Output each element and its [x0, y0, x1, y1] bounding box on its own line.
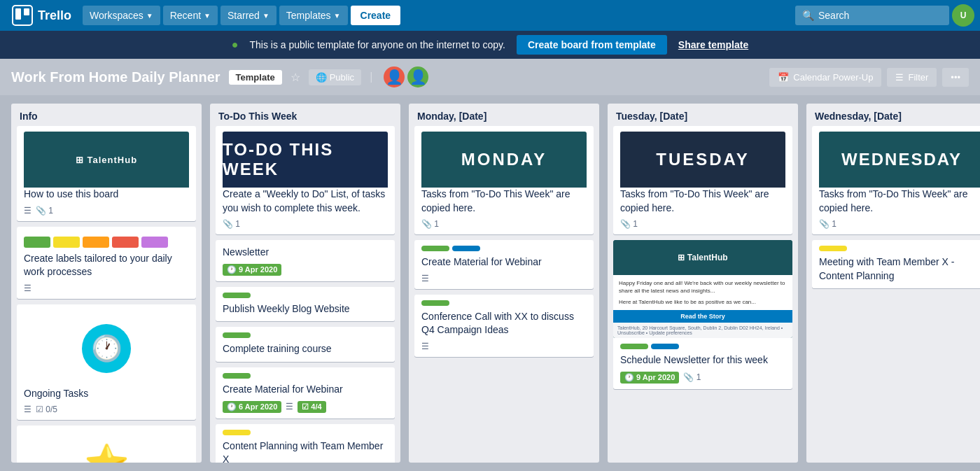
card[interactable]: 🕐 Ongoing Tasks ☰ ☑ 0/5 — [17, 304, 196, 421]
card-title: Tasks from "To-Do This Week" are copied … — [819, 188, 980, 215]
visibility-btn[interactable]: 🌐 Public — [309, 69, 361, 85]
svg-rect-2 — [24, 8, 29, 15]
card-image: ⊞ TalentHub Happy Friday one and all! We… — [613, 240, 792, 338]
checklist-badge: ☑ 4/4 — [298, 401, 326, 413]
card-title: Tasks from "To-Do This Week" are copied … — [421, 188, 587, 215]
card-badges: ☰ — [421, 342, 587, 351]
due-date-badge: 🕐 6 Apr 2020 — [223, 401, 281, 413]
card[interactable]: Newsletter 🕐 9 Apr 2020 — [216, 240, 395, 281]
newsletter-footer: TalentHub, 20 Harcourt Square, South, Du… — [613, 323, 792, 338]
banner-text: This is a public template for anyone on … — [249, 39, 505, 50]
card[interactable]: ⭐ Pirority Tasks ☰ ☑ 0/6 — [17, 426, 196, 463]
card-badges: ☰ 📎 1 — [24, 206, 189, 216]
member-avatars: 👤 👤 — [384, 66, 428, 87]
label-green — [421, 300, 449, 306]
top-nav: Trello Workspaces ▼ Recent ▼ Starred ▼ T… — [0, 0, 980, 31]
header-right-actions: 📅 Calendar Power-Up ☰ Filter ••• — [769, 68, 969, 87]
starred-btn[interactable]: Starred ▼ — [220, 6, 276, 25]
list-cards: TO-DO THIS WEEK Create a "Weekly to Do" … — [210, 126, 400, 463]
avatar[interactable]: U — [952, 4, 974, 27]
label-purple — [141, 237, 168, 248]
avatar[interactable]: 👤 — [384, 66, 405, 87]
create-btn[interactable]: Create — [351, 6, 401, 25]
workspaces-btn[interactable]: Workspaces ▼ — [83, 6, 160, 25]
nav-logo[interactable]: Trello — [6, 1, 77, 29]
board-content: Info ⊞ TalentHub How to use this board ☰… — [0, 95, 980, 471]
card-labels — [223, 430, 388, 435]
card-title: Meeting with Team Member X - Content Pla… — [819, 255, 980, 283]
due-date-badge: 🕐 9 Apr 2020 — [223, 264, 281, 276]
share-template-link[interactable]: Share template — [678, 39, 748, 50]
calendar-power-up-btn[interactable]: 📅 Calendar Power-Up — [769, 68, 881, 87]
card-cover: WEDNESDAY — [819, 132, 980, 188]
description-badge: ☰ — [421, 342, 429, 351]
star-icon[interactable]: ☆ — [290, 71, 300, 84]
card[interactable]: WEDNESDAY Tasks from "To-Do This Week" a… — [812, 126, 980, 234]
svg-rect-1 — [15, 8, 21, 20]
card[interactable]: Content Planning with Team Member X — [216, 424, 395, 463]
more-btn[interactable]: ••• — [942, 68, 969, 87]
label-yellow — [53, 237, 80, 248]
label-green — [223, 293, 251, 298]
create-from-template-btn[interactable]: Create board from template — [517, 35, 667, 55]
description-badge: ☰ — [286, 402, 293, 412]
card[interactable]: Create Material for Webinar 🕐 6 Apr 2020… — [216, 367, 395, 419]
card-title: Publish Weekly Blog Website — [223, 302, 388, 316]
label-orange — [83, 237, 109, 248]
card[interactable]: TO-DO THIS WEEK Create a "Weekly to Do" … — [216, 126, 395, 234]
avatar[interactable]: 👤 — [407, 66, 428, 87]
attachment-badge: 📎 1 — [819, 219, 836, 229]
divider: | — [370, 71, 372, 83]
filter-btn[interactable]: ☰ Filter — [887, 68, 937, 87]
newsletter-header: ⊞ TalentHub — [613, 240, 792, 275]
card[interactable]: Create Material for Webinar ☰ — [414, 240, 594, 289]
lock-icon: 🌐 — [316, 72, 327, 83]
card[interactable]: Meeting with Team Member X - Content Pla… — [812, 240, 980, 288]
newsletter-image: ⊞ TalentHub Happy Friday one and all! We… — [613, 240, 792, 338]
label-green — [421, 246, 449, 251]
template-banner: ● This is a public template for anyone o… — [0, 31, 980, 59]
card-badges: ☰ — [421, 274, 587, 283]
card[interactable]: Publish Weekly Blog Website — [216, 287, 395, 322]
card[interactable]: TUESDAY Tasks from "To-Do This Week" are… — [613, 126, 792, 234]
public-icon: ● — [232, 38, 239, 51]
card[interactable]: Complete training course — [216, 327, 395, 362]
card[interactable]: ⊞ TalentHub How to use this board ☰ 📎 1 — [17, 126, 196, 221]
card[interactable]: MONDAY Tasks from "To-Do This Week" are … — [414, 126, 594, 234]
card-title: Create Material for Webinar — [223, 383, 388, 397]
checklist-count-badge: ☑ 0/5 — [36, 405, 57, 414]
attachment-badge: 📎 1 — [620, 219, 638, 229]
filter-icon: ☰ — [895, 72, 904, 83]
card[interactable]: Create labels tailored to your daily wor… — [17, 227, 196, 299]
card-labels — [620, 344, 785, 349]
trello-icon — [11, 4, 34, 27]
templates-btn[interactable]: Templates ▼ — [279, 6, 348, 25]
card-title: Create labels tailored to your daily wor… — [24, 252, 189, 279]
attachment-badge: 📎 1 — [683, 372, 701, 382]
list-cards: MONDAY Tasks from "To-Do This Week" are … — [409, 126, 599, 463]
card-labels — [819, 246, 980, 251]
card-labels — [421, 300, 587, 306]
description-badge: ☰ — [24, 405, 31, 414]
template-badge: Template — [229, 70, 282, 85]
search-icon: 🔍 — [802, 10, 814, 21]
card-cover: TUESDAY — [620, 132, 785, 188]
list-todo: To-Do This Week TO-DO THIS WEEK Create a… — [210, 104, 400, 463]
clock-icon: 🕐 — [82, 324, 131, 373]
card[interactable]: ⊞ TalentHub Happy Friday one and all! We… — [613, 240, 792, 389]
recent-btn[interactable]: Recent ▼ — [163, 6, 218, 25]
label-green — [223, 373, 251, 379]
card-icon: ⭐ — [24, 431, 189, 463]
newsletter-body: Happy Friday one and all! We're back wit… — [613, 275, 792, 310]
calendar-icon: 📅 — [778, 72, 789, 83]
list-cards: WEDNESDAY Tasks from "To-Do This Week" a… — [806, 126, 980, 463]
board-header: Work From Home Daily Planner Template ☆ … — [0, 59, 980, 95]
card-badges: 🕐 6 Apr 2020 ☰ ☑ 4/4 — [223, 401, 388, 413]
search-box[interactable]: 🔍 Search — [795, 6, 949, 25]
label-green — [223, 332, 251, 338]
label-blue — [452, 246, 480, 251]
list-tuesday: Tuesday, [Date] TUESDAY Tasks from "To-D… — [608, 104, 798, 463]
card-title: Complete training course — [223, 342, 388, 356]
card-badges: 📎 1 — [421, 219, 587, 229]
card[interactable]: Conference Call with XX to discuss Q4 Ca… — [414, 295, 594, 357]
